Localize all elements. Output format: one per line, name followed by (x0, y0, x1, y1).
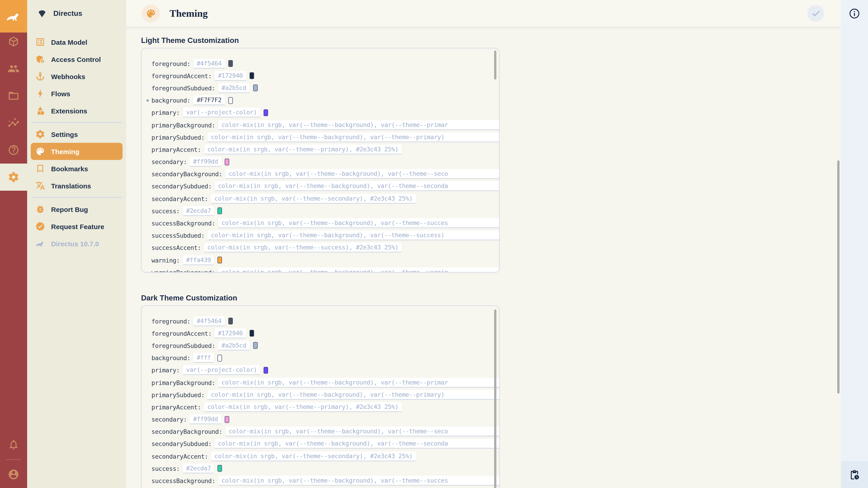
notifications-button[interactable] (0, 431, 27, 458)
rule-value-input[interactable]: color-mix(in srgb, var(--theme--backgrou… (218, 476, 499, 486)
rule-value-input[interactable]: #ffa439 (183, 255, 214, 265)
revisions-sidebar-button[interactable] (841, 461, 868, 488)
theme-rule-row: secondaryAccent:color-mix(in srgb, var(-… (142, 193, 499, 205)
theme-rule-row: foreground:#4f5464 (142, 315, 499, 327)
color-swatch[interactable] (228, 97, 233, 104)
project-name: Directus (53, 9, 82, 18)
rule-value-input[interactable]: color-mix(in srgb, var(--theme--backgrou… (225, 169, 499, 179)
color-swatch[interactable] (218, 257, 222, 263)
rule-value-input[interactable]: color-mix(in srgb, var(--theme--primary)… (204, 402, 401, 412)
color-swatch[interactable] (250, 72, 254, 79)
rule-value-input[interactable]: color-mix(in srgb, var(--theme--primary)… (204, 144, 401, 155)
rule-value-input[interactable]: color-mix(in srgb, var(--theme--backgrou… (215, 182, 499, 191)
sidebar-item-translations[interactable]: Translations (31, 177, 123, 194)
sidebar-item-label: Report Bug (51, 205, 88, 213)
rule-value-input[interactable]: #172940 (215, 328, 246, 338)
rule-value-input[interactable]: #2ecda7 (183, 206, 214, 216)
rule-key: foregroundAccent: (151, 72, 212, 79)
save-button[interactable] (807, 5, 824, 22)
theme-rule-row: secondary:#ff99dd (142, 156, 499, 168)
palette-icon (146, 8, 156, 19)
rule-value-input[interactable]: color-mix(in srgb, var(--theme--backgrou… (215, 439, 499, 449)
rule-value-input[interactable]: #a2b5cd (218, 341, 250, 351)
sidebar-item-label: Settings (51, 130, 78, 138)
rule-value-input[interactable]: #4f5464 (193, 316, 225, 326)
color-swatch[interactable] (264, 109, 268, 116)
dark-theme-panel: foreground:#4f5464foregroundAccent:#1729… (141, 305, 500, 488)
rule-key: successBackground: (151, 220, 215, 227)
theme-rule-row: foregroundSubdued:#a2b5cd (142, 82, 499, 94)
rule-value-input[interactable]: color-mix(in srgb, var(--theme--backgrou… (208, 390, 499, 400)
rule-value-input[interactable]: color-mix(in srgb, var(--theme--backgrou… (218, 378, 499, 387)
rule-value-input[interactable]: color-mix(in srgb, var(--theme--backgrou… (218, 267, 499, 272)
rule-value-input[interactable]: color-mix(in srgb, var(--theme--secondar… (211, 194, 416, 203)
rule-value-input[interactable]: #ff99dd (190, 414, 221, 424)
rule-value-input[interactable]: #4f5464 (193, 59, 225, 68)
color-swatch[interactable] (228, 318, 233, 324)
rule-value-input[interactable]: #fff (193, 353, 214, 363)
color-swatch[interactable] (228, 60, 233, 67)
color-swatch[interactable] (264, 367, 268, 374)
rule-value-input[interactable]: color-mix(in srgb, var(--theme--backgrou… (225, 427, 499, 437)
version-info[interactable]: Directus 10.7.0 (31, 235, 123, 252)
rule-value-input[interactable]: #ff99dd (190, 157, 221, 167)
project-header[interactable]: Directus (27, 0, 126, 27)
module-settings-active[interactable] (0, 164, 27, 191)
sidebar-item-webhooks[interactable]: Webhooks (31, 68, 123, 85)
light-panel-scrollbar[interactable] (494, 51, 496, 79)
rule-value-input[interactable]: var(--project-color) (183, 365, 260, 375)
sidebar-item-request-feature[interactable]: Request Feature (31, 218, 123, 235)
sidebar-item-label: Bookmarks (51, 165, 88, 172)
theme-rule-row: foregroundAccent:#172940 (142, 70, 499, 82)
theme-rule-row: primaryAccent:color-mix(in srgb, var(--t… (142, 401, 499, 413)
sidebar-item-theming[interactable]: Theming (31, 143, 123, 160)
color-swatch[interactable] (218, 465, 222, 472)
rule-value-input[interactable]: color-mix(in srgb, var(--theme--backgrou… (218, 218, 499, 228)
color-swatch[interactable] (225, 416, 229, 423)
sidebar-item-report-bug[interactable]: Report Bug (31, 201, 123, 218)
main-scrollbar[interactable] (837, 160, 839, 394)
directus-logo[interactable] (0, 0, 27, 33)
rule-value-input[interactable]: #F7F7F2 (193, 95, 225, 105)
info-sidebar-button[interactable] (841, 0, 868, 27)
bookmark-icon (35, 164, 45, 173)
rule-value-input[interactable]: color-mix(in srgb, var(--theme--secondar… (211, 451, 416, 461)
sidebar-item-flows[interactable]: Flows (31, 85, 123, 102)
settings-icon (8, 171, 20, 183)
translate-icon (35, 181, 45, 191)
rule-value-input[interactable]: color-mix(in srgb, var(--theme--success)… (204, 243, 401, 253)
module-box[interactable] (0, 28, 27, 55)
sidebar-item-settings[interactable]: Settings (31, 126, 123, 143)
module-help[interactable] (0, 136, 27, 164)
sidebar-item-extensions[interactable]: Extensions (31, 102, 123, 119)
account-circle-icon (8, 468, 20, 480)
color-swatch[interactable] (250, 330, 254, 337)
rule-value-input[interactable]: color-mix(in srgb, var(--theme--backgrou… (208, 230, 499, 240)
module-insights[interactable] (0, 109, 27, 136)
color-swatch[interactable] (218, 207, 222, 215)
rule-key: successBackground: (151, 477, 215, 484)
rule-value-input[interactable]: var(--project-color) (183, 108, 260, 118)
color-swatch[interactable] (253, 85, 257, 92)
rule-key: secondary: (151, 416, 187, 423)
color-swatch[interactable] (218, 355, 222, 361)
dark-panel-scrollbar[interactable] (494, 310, 496, 488)
rule-value-input[interactable]: #2ecda7 (183, 464, 214, 474)
module-people[interactable] (0, 55, 27, 82)
theme-rule-row: secondarySubdued:color-mix(in srgb, var(… (142, 180, 499, 193)
user-menu-button[interactable] (0, 461, 27, 488)
color-swatch[interactable] (225, 158, 229, 165)
rule-key: foregroundAccent: (151, 330, 212, 337)
sidebar-item-access-control[interactable]: Access Control (31, 51, 123, 68)
module-folder[interactable] (0, 82, 27, 109)
sidebar-item-bookmarks[interactable]: Bookmarks (31, 160, 123, 177)
bolt-icon (35, 89, 45, 98)
rule-value-input[interactable]: color-mix(in srgb, var(--theme--backgrou… (218, 120, 499, 130)
color-swatch[interactable] (253, 342, 257, 349)
sidebar-item-data-model[interactable]: Data Model (31, 33, 123, 51)
module-bar-bottom (0, 431, 27, 488)
rule-value-input[interactable]: #a2b5cd (218, 83, 250, 93)
rule-key: success: (151, 465, 180, 472)
rule-value-input[interactable]: #172940 (215, 71, 246, 81)
rule-value-input[interactable]: color-mix(in srgb, var(--theme--backgrou… (208, 132, 499, 142)
